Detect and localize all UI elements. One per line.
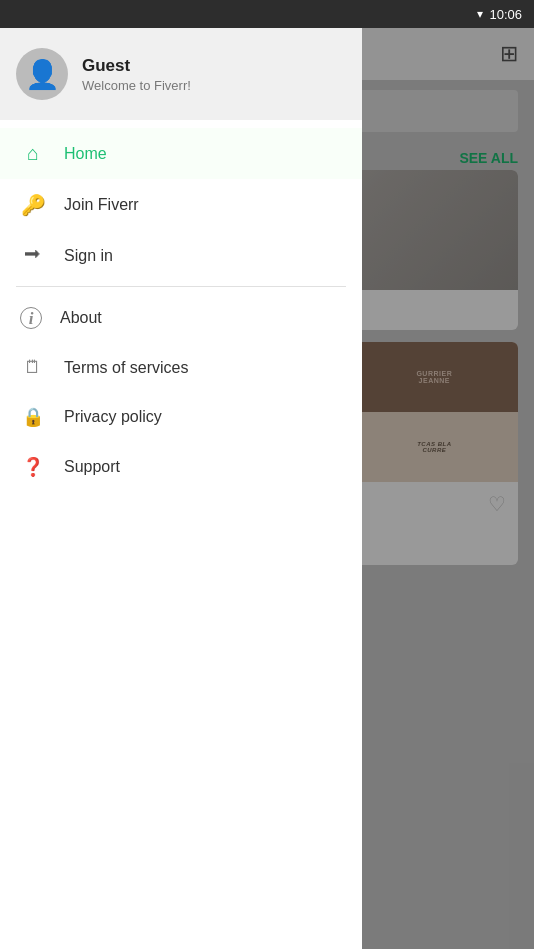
info-icon: i	[20, 307, 42, 329]
drawer-overlay: 👤 Guest Welcome to Fiverr! ⌂ Home 🔑 Join…	[0, 28, 534, 949]
signin-icon: ⮕	[20, 245, 46, 266]
drawer-nav: ⌂ Home 🔑 Join Fiverr ⮕ Sign in i About	[0, 120, 362, 949]
nav-item-join[interactable]: 🔑 Join Fiverr	[0, 179, 362, 231]
status-time: 10:06	[489, 7, 522, 22]
terms-icon: 🗒	[20, 357, 46, 378]
avatar: 👤	[16, 48, 68, 100]
nav-label-about: About	[60, 309, 102, 327]
dim-overlay[interactable]	[362, 28, 534, 949]
status-bar: ▾ 10:06	[0, 0, 534, 28]
nav-item-terms[interactable]: 🗒 Terms of services	[0, 343, 362, 392]
nav-label-signin: Sign in	[64, 247, 113, 265]
lock-icon: 🔒	[20, 406, 46, 428]
nav-item-support[interactable]: ❓ Support	[0, 442, 362, 492]
avatar-icon: 👤	[25, 58, 60, 91]
help-icon: ❓	[20, 456, 46, 478]
nav-item-signin[interactable]: ⮕ Sign in	[0, 231, 362, 280]
user-info: Guest Welcome to Fiverr!	[82, 56, 191, 93]
username: Guest	[82, 56, 191, 76]
key-icon: 🔑	[20, 193, 46, 217]
nav-divider	[16, 286, 346, 287]
drawer-panel: 👤 Guest Welcome to Fiverr! ⌂ Home 🔑 Join…	[0, 28, 362, 949]
nav-label-home: Home	[64, 145, 107, 163]
nav-item-about[interactable]: i About	[0, 293, 362, 343]
nav-item-privacy[interactable]: 🔒 Privacy policy	[0, 392, 362, 442]
nav-label-join: Join Fiverr	[64, 196, 139, 214]
nav-label-privacy: Privacy policy	[64, 408, 162, 426]
drawer-user-header: 👤 Guest Welcome to Fiverr!	[0, 28, 362, 120]
nav-label-support: Support	[64, 458, 120, 476]
wifi-icon: ▾	[477, 7, 483, 21]
home-icon: ⌂	[20, 142, 46, 165]
nav-item-home[interactable]: ⌂ Home	[0, 128, 362, 179]
welcome-text: Welcome to Fiverr!	[82, 78, 191, 93]
nav-label-terms: Terms of services	[64, 359, 188, 377]
